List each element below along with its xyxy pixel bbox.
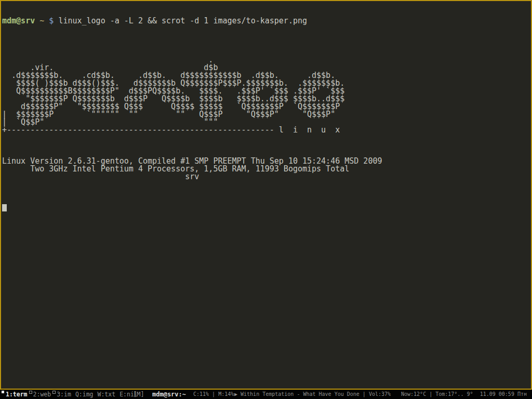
prompt-symbol: $: [49, 16, 54, 25]
tag-selected-indicator-icon: [2, 391, 4, 393]
tag-occupied-indicator-icon: [29, 391, 32, 394]
cpu-mem-stats: C:11% | M:14%: [193, 390, 234, 399]
tag-label: 3:im: [57, 391, 71, 398]
terminal-output: mdm@srv ~ $ linux_logo -a -L 2 && scrot …: [2, 2, 382, 228]
tag-w-txt[interactable]: W:txt: [97, 390, 117, 399]
command-text: linux_logo -a -L 2 && scrot -d 1 images/…: [58, 16, 307, 25]
tag-occupied-indicator-icon: [52, 391, 56, 394]
system-info-text: Linux Version 2.6.31-gentoo, Compiled #1…: [2, 157, 382, 181]
weather-text: Now:12°C | Tom:17°.. 9°: [401, 390, 473, 399]
linux-logo-ascii-art: . .vir. d$b .d$$$$$$$b. .cd$$b. .d$$b. d…: [2, 56, 382, 134]
shell-prompt-line: mdm@srv ~ $ linux_logo -a -L 2 && scrot …: [2, 17, 382, 25]
tag-3-im[interactable]: 3:im: [52, 390, 72, 399]
tag-2-web[interactable]: 2:web: [29, 390, 52, 399]
tag-label: 1:term: [6, 391, 28, 398]
tag-label: 2:web: [33, 391, 51, 398]
prompt-user-host: mdm@srv: [2, 16, 35, 25]
now-playing-text: ▶ Within Temptation - What Have You Done…: [234, 390, 391, 399]
tag-list: 1:term 2:web 3:im Q:img W:txt E:nil: [1, 390, 139, 399]
tag-label: W:txt: [98, 391, 116, 398]
terminal-window[interactable]: mdm@srv ~ $ linux_logo -a -L 2 && scrot …: [0, 0, 532, 390]
tag-1-term[interactable]: 1:term: [1, 390, 29, 399]
prompt-path: ~: [39, 16, 44, 25]
layout-monocle-indicator[interactable]: [M]: [133, 390, 144, 399]
tag-label: Q:img: [75, 391, 94, 398]
dwm-status-bar: 1:term 2:web 3:im Q:img W:txt E:nil [M] …: [0, 390, 532, 399]
cursor-row: [2, 204, 382, 212]
terminal-cursor: [2, 204, 7, 211]
tag-q-img[interactable]: Q:img: [74, 390, 95, 399]
date-time-clock: 11.09 00:59 Птн: [480, 390, 527, 399]
focused-window-title: mdm@srv:~: [152, 390, 186, 399]
